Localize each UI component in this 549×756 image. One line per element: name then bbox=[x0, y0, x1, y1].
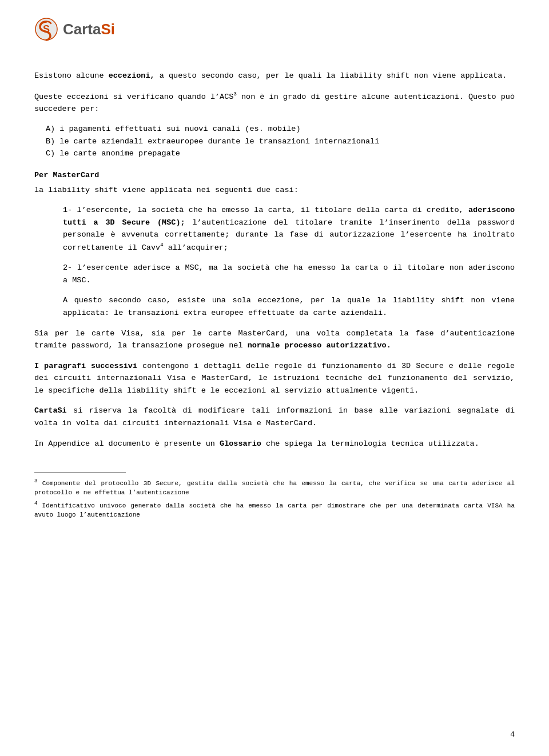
para7-bold: CartaSi bbox=[34, 406, 67, 415]
footnote-3: 3 Componente del protocollo 3D Secure, g… bbox=[34, 478, 515, 498]
para8-prefix: In Appendice al documento è presente un bbox=[34, 439, 220, 448]
footer-divider bbox=[34, 473, 126, 473]
footnote-3-text: Componente del protocollo 3D Secure, ges… bbox=[34, 480, 515, 497]
logo-container: S CartaSi bbox=[34, 17, 115, 41]
paragraph-1: Esistono alcune eccezioni, a questo seco… bbox=[34, 70, 515, 82]
paragraph-7: CartaSi si riserva la facoltà di modific… bbox=[34, 405, 515, 429]
paragraph-6: I paragrafi successivi contengono i dett… bbox=[34, 360, 515, 397]
main-content: Esistono alcune eccezioni, a questo seco… bbox=[34, 70, 515, 450]
para1-bold: eccezioni, bbox=[109, 71, 155, 80]
para7-rest: si riserva la facoltà di modificare tali… bbox=[34, 406, 515, 427]
cartasi-logo-icon: S bbox=[34, 17, 58, 41]
page-number: 4 bbox=[510, 730, 515, 739]
para5-bold: normale processo autorizzativo. bbox=[248, 341, 391, 350]
para8-bold: Glossario bbox=[220, 439, 261, 448]
para1-prefix: Esistono alcune bbox=[34, 71, 109, 80]
item1-end: all’acquirer; bbox=[164, 243, 228, 252]
paragraph-5: Sia per le carte Visa, sia per le carte … bbox=[34, 327, 515, 352]
paragraph-3: la liability shift viene applicata nei s… bbox=[34, 184, 515, 197]
page: S CartaSi Esistono alcune eccezioni, a q… bbox=[0, 0, 549, 756]
list-item-b: B) le carte aziendali extraeuropee duran… bbox=[46, 135, 515, 148]
numbered-item-1: 1- l’esercente, la società che ha emesso… bbox=[63, 204, 515, 254]
svg-text:S: S bbox=[43, 23, 50, 35]
paragraph-4: A questo secondo caso, esiste una sola e… bbox=[63, 294, 515, 319]
logo-si: Si bbox=[101, 21, 115, 38]
logo-carta: Carta bbox=[63, 21, 101, 38]
logo-text: CartaSi bbox=[63, 21, 115, 38]
para8-rest: che spiega la terminologia tecnica utili… bbox=[261, 439, 479, 448]
footnote-4: 4 Identificativo univoco generato dalla … bbox=[34, 500, 515, 520]
item1-prefix: 1- l’esercente, la società che ha emesso… bbox=[63, 206, 468, 214]
para6-bold: I paragrafi successivi bbox=[34, 362, 137, 370]
list-item-a: A) i pagamenti effettuati sui nuovi cana… bbox=[46, 123, 515, 135]
footnote-4-text: Identificativo univoco generato dalla so… bbox=[34, 502, 515, 519]
numbered-item-2: 2- l’esercente aderisce a MSC, ma la soc… bbox=[63, 262, 515, 286]
per-mastercard-heading: Per MasterCard bbox=[34, 169, 515, 182]
header: S CartaSi bbox=[34, 17, 515, 41]
list-items-abc: A) i pagamenti effettuati sui nuovi cana… bbox=[46, 123, 515, 160]
paragraph-8: In Appendice al documento è presente un … bbox=[34, 438, 515, 450]
paragraph-2: Queste eccezioni si verificano quando l’… bbox=[34, 90, 515, 115]
para2-prefix: Queste eccezioni si verificano quando l’… bbox=[34, 92, 233, 101]
para1-rest: a questo secondo caso, per le quali la l… bbox=[155, 71, 507, 80]
list-item-c: C) le carte anonime prepagate bbox=[46, 147, 515, 160]
